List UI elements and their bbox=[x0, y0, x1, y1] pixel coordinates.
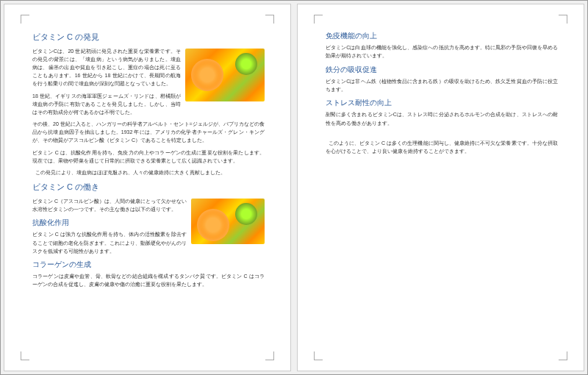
subheading-collagen: コラーゲンの生成 bbox=[32, 259, 265, 270]
paragraph: その後、20 世紀に入ると、ハンガリーの科学者アルベルト・セント=ジェルジが、パ… bbox=[32, 120, 265, 145]
heading-function: ビタミン C の働き bbox=[32, 181, 265, 194]
paragraph: このように、ビタミン C は多くの生理機能に関与し、健康維持に不可欠な栄養素です… bbox=[326, 139, 558, 155]
subheading-iron: 鉄分の吸収促進 bbox=[326, 64, 558, 75]
paragraph: ビタミンCは白血球の機能を強化し、感染症への抵抗力を高めます。特に風邪の予防や回… bbox=[326, 43, 558, 60]
paragraph: ビタミンCは非ヘム鉄（植物性食品に含まれる鉄）の吸収を助けるため、鉄欠乏性貧血の… bbox=[326, 77, 558, 93]
document-page-1: ビタミン C の発見 ビタミンCは、20 世紀初頭に発見された重要な栄養素です。… bbox=[4, 4, 291, 371]
paragraph: コラーゲンは皮膚や血管、骨、軟骨などの結合組織を構成するタンパク質です。ビタミン… bbox=[32, 272, 265, 288]
crop-mark-icon bbox=[21, 15, 29, 24]
paragraph: 副腎に多く含まれるビタミンCは、ストレス時に分泌されるホルモンの合成を助け、スト… bbox=[326, 110, 558, 126]
crop-mark-icon bbox=[265, 351, 274, 360]
heading-discovery: ビタミン C の発見 bbox=[32, 31, 265, 44]
citrus-fruit-image bbox=[185, 49, 265, 101]
subheading-immunity: 免疫機能の向上 bbox=[326, 30, 558, 41]
crop-mark-icon bbox=[559, 351, 567, 360]
crop-mark-icon bbox=[21, 351, 29, 360]
orange-slices-image bbox=[191, 199, 265, 244]
crop-mark-icon bbox=[265, 15, 274, 24]
subheading-stress: ストレス耐性の向上 bbox=[326, 97, 558, 108]
document-page-2: 免疫機能の向上 ビタミンCは白血球の機能を強化し、感染症への抵抗力を高めます。特… bbox=[297, 4, 584, 371]
page-content: ビタミン C の発見 ビタミンCは、20 世紀初頭に発見された重要な栄養素です。… bbox=[32, 31, 265, 289]
crop-mark-icon bbox=[314, 351, 323, 360]
crop-mark-icon bbox=[559, 15, 567, 24]
paragraph: この発見により、壊血病はほぼ克服され、人々の健康維持に大きく貢献しました。 bbox=[32, 168, 265, 176]
crop-mark-icon bbox=[314, 15, 323, 24]
page-content: 免疫機能の向上 ビタミンCは白血球の機能を強化し、感染症への抵抗力を高めます。特… bbox=[326, 30, 558, 155]
paragraph: ビタミン C は、抗酸化作用を持ち、免疫力の向上やコラーゲンの生成に重要な役割を… bbox=[32, 149, 265, 165]
